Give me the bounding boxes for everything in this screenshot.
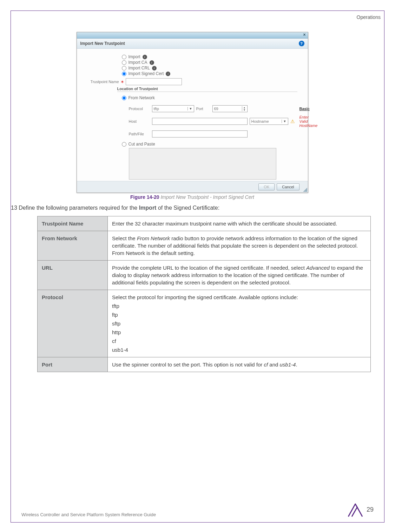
info-icon[interactable]: i [150, 60, 154, 65]
protocol-option: usb1-4 [112, 346, 366, 353]
cancel-button[interactable]: Cancel [277, 183, 299, 190]
trustpoint-name-input[interactable] [126, 78, 182, 85]
cut-paste-textarea[interactable] [129, 148, 276, 180]
protocol-option: sftp [112, 320, 366, 327]
warning-icon: ⚠ [290, 119, 297, 124]
param-desc-cell: Enter the 32 character maximum trustpoin… [108, 216, 371, 231]
parameter-table: Trustpoint NameEnter the 32 character ma… [37, 216, 371, 372]
host-input[interactable] [152, 118, 248, 125]
port-label: Port [196, 107, 210, 111]
import-signed-radio-label: Import Signed Cert [129, 71, 164, 76]
chevron-down-icon: ▼ [282, 120, 287, 123]
param-desc-cell: Select the From Network radio button to … [108, 231, 371, 261]
param-name-cell: From Network [38, 231, 108, 261]
import-ca-radio-label: Import CA [129, 60, 147, 65]
port-value: 69 [214, 107, 218, 111]
from-network-radio[interactable] [122, 96, 126, 100]
chevron-down-icon: ▼ [187, 107, 192, 110]
section-header: Operations [357, 14, 381, 20]
location-fieldset-title: Location of Trustpoint [117, 87, 301, 91]
table-row: ProtocolSelect the protocol for importin… [38, 290, 371, 357]
ok-button[interactable]: OK [258, 183, 275, 190]
divider [117, 92, 297, 92]
step-13-text: 13 Define the following parameters requi… [11, 205, 374, 211]
import-crl-radio-label: Import CRL [129, 66, 150, 70]
host-label: Host [129, 119, 150, 123]
step-number: 13 [11, 205, 17, 211]
param-name-cell: Port [38, 357, 108, 372]
info-icon[interactable]: i [143, 55, 147, 59]
cut-paste-radio[interactable] [122, 142, 126, 147]
table-row: URLProvide the complete URL to the locat… [38, 261, 371, 290]
import-signed-radio[interactable] [122, 72, 126, 76]
param-name-cell: Trustpoint Name [38, 216, 108, 231]
param-name-cell: Protocol [38, 290, 108, 357]
import-radio[interactable] [122, 55, 126, 59]
param-name-cell: URL [38, 261, 108, 290]
figure-number: Figure 14-20 [130, 194, 159, 200]
dialog-window: × Import New Trustpoint ? Import i Impor… [77, 32, 308, 193]
protocol-option: cf [112, 337, 366, 345]
path-label: Path/File [129, 132, 150, 136]
protocol-option: tftp [112, 302, 366, 310]
param-desc-cell: Provide the complete URL to the location… [108, 261, 371, 290]
param-desc-cell: Select the protocol for importing the si… [108, 290, 371, 357]
host-type-value: Hostname [251, 119, 269, 123]
trustpoint-name-label: Trustpoint Name [84, 80, 119, 84]
host-type-select[interactable]: Hostname ▼ [250, 118, 288, 125]
from-network-label: From Network [129, 95, 155, 100]
info-icon[interactable]: i [166, 72, 170, 76]
dialog-title: Import New Trustpoint [80, 41, 125, 46]
page-number: 29 [367, 506, 374, 513]
import-crl-radio[interactable] [122, 66, 126, 70]
protocol-option: ftp [112, 311, 366, 318]
param-desc-cell: Use the spinner control to set the port.… [108, 357, 371, 372]
protocol-label: Protocol [129, 107, 150, 111]
import-ca-radio[interactable] [122, 60, 126, 65]
spinner-down-icon[interactable]: ▼ [243, 109, 246, 111]
dialog-title-bar: Import New Trustpoint ? [77, 39, 308, 49]
table-row: From NetworkSelect the From Network radi… [38, 231, 371, 261]
figure-caption: Figure 14-20 Import New Trustpoint - Imp… [11, 194, 374, 200]
table-row: Trustpoint NameEnter the 32 character ma… [38, 216, 371, 231]
required-icon: ✶ [120, 79, 124, 85]
path-input[interactable] [152, 130, 248, 137]
resize-grip-icon[interactable] [303, 188, 307, 192]
figure-title: Import New Trustpoint - Import Signed Ce… [160, 194, 254, 200]
footer-guide-text: Wireless Controller and Service Platform… [21, 512, 156, 517]
port-spinner[interactable]: 69 ▲▼ [212, 105, 248, 112]
cut-paste-label: Cut and Paste [129, 142, 155, 147]
window-chrome-bar: × [77, 32, 308, 39]
import-radio-label: Import [129, 54, 140, 59]
table-row: PortUse the spinner control to set the p… [38, 357, 371, 372]
basic-link[interactable]: Basic [299, 107, 318, 111]
protocol-option: http [112, 329, 366, 336]
protocol-value: tftp [154, 107, 159, 111]
brand-logo-icon [348, 502, 363, 517]
spinner-up-icon[interactable]: ▲ [243, 106, 246, 109]
help-icon[interactable]: ? [299, 41, 304, 46]
protocol-select[interactable]: tftp ▼ [152, 105, 194, 112]
info-icon[interactable]: i [152, 66, 157, 70]
close-icon[interactable]: × [303, 32, 305, 37]
host-error-text: Enter Valid HostName [299, 115, 318, 128]
